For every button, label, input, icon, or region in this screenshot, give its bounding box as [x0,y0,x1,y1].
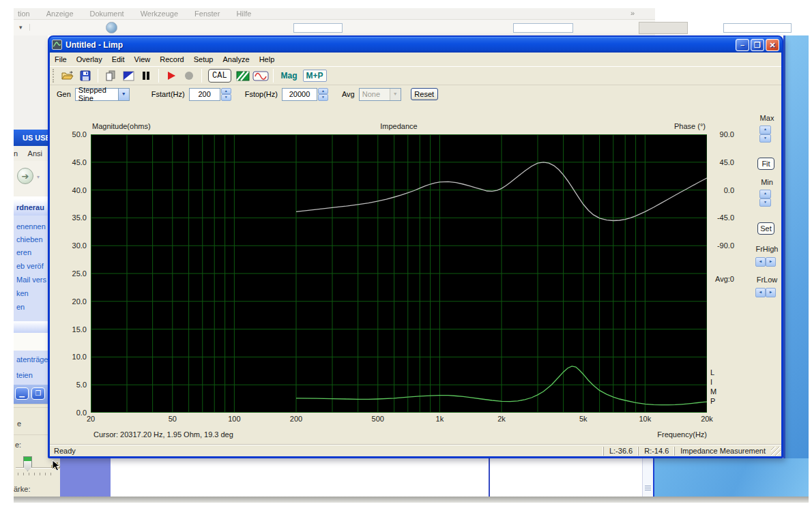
folder-tasks-header: rdnerau [14,199,48,216]
axis-tick-label: 20.0 [61,297,87,306]
details-white-block [14,333,48,351]
status-level-right: R:-14.6 [638,447,674,456]
forward-arrow-icon[interactable]: ➔ [17,168,33,184]
bg-menu-item[interactable]: Dokument [90,10,124,18]
menu-analyze[interactable]: Analyze [218,54,254,65]
minimize-button[interactable]: ▁ [15,387,29,400]
calibrate-button[interactable]: CAL [208,69,231,83]
axis-tick-label: 30.0 [61,241,87,250]
spectrum-icon[interactable] [234,69,252,83]
right-axis-title: Phase (°) [674,122,706,130]
max-stepper[interactable]: ▲▼ [759,125,771,143]
resize-grip[interactable] [771,447,781,456]
axis-tick-label: 10k [639,415,652,423]
magnitude-view-button[interactable]: Mag [281,71,298,80]
limp-titlebar[interactable]: Untitled - Limp – ❒ ✕ [49,37,782,53]
pause-icon[interactable] [137,69,155,83]
record-icon[interactable] [180,69,198,83]
fstart-input[interactable]: 200 [189,88,220,101]
max-label: Max [753,114,781,122]
chart-header-row: Magnitude(ohms) Impedance Phase (°) [91,122,707,132]
axis-tick-label: 500 [372,415,384,423]
magnitude-axis-labels: 50.045.040.035.030.025.020.015.010.05.00… [61,134,88,413]
task-link[interactable]: en [16,303,25,311]
frhigh-stepper[interactable]: ◂▸ [755,257,776,267]
frequency-axis-labels: 20501002005001k2k5k10k20k [91,415,707,424]
bg-toolbar-field[interactable] [723,23,792,33]
chart-title: Impedance [91,122,707,130]
bg-menu-item[interactable]: Fenster [194,10,220,18]
bg-menu-item[interactable]: Anzeige [46,10,74,18]
status-mode: Impedance Measurement [674,447,771,456]
bg-toolbar-field[interactable] [293,23,343,33]
task-link[interactable]: Mail vers [16,276,46,284]
task-link[interactable]: ken [16,289,29,297]
explorer-menu-frag[interactable]: n [14,149,18,158]
fstop-input[interactable]: 20000 [282,88,317,101]
fstart-stepper[interactable]: ▲▼ [221,88,231,101]
background-left-area [14,35,48,131]
impedance-plot-area[interactable] [91,134,707,413]
detail-link[interactable]: atenträge [16,355,48,364]
min-stepper[interactable]: ▲▼ [759,190,771,207]
menu-help[interactable]: Help [255,54,280,65]
bg-menu-item[interactable]: Werkzeuge [141,10,178,18]
save-icon[interactable] [76,69,94,83]
chevron-down-icon[interactable]: ▼ [118,89,129,100]
maximize-button[interactable]: ❒ [751,39,764,51]
menu-file[interactable]: File [50,54,72,65]
detail-link[interactable]: teien [16,371,33,379]
globe-icon[interactable] [106,22,117,33]
task-link[interactable]: enennen [16,222,46,231]
menu-overlay[interactable]: Overlay [72,54,107,65]
menu-edit[interactable]: Edit [107,54,130,65]
toolbar-separator [98,69,98,83]
folder-tasks-panel: enennen chieben eren eb veröf Mail vers … [14,216,48,321]
close-button[interactable]: ✕ [766,39,779,51]
generator-type-select[interactable]: Stepped Sine ▼ [75,88,130,101]
task-link[interactable]: chieben [16,235,43,243]
explorer-titlebar: US USB [14,130,48,146]
menu-setup[interactable]: Setup [189,54,218,65]
overflow-chevron-icon[interactable]: » [630,9,635,17]
limp-vertical-logo: L I M P [710,368,720,406]
sine-generator-icon[interactable] [252,69,270,83]
toolbar-grip[interactable] [53,69,55,83]
magnitude-phase-view-button[interactable]: M+P [303,70,327,82]
fstop-stepper[interactable]: ▲▼ [318,88,328,101]
menu-view[interactable]: View [130,54,156,65]
task-link[interactable]: eb veröf [16,262,44,270]
fit-button[interactable]: Fit [757,158,774,170]
bg-menu-item[interactable]: tion [18,10,30,18]
copy-icon[interactable] [102,69,119,83]
bg-toolbar-button[interactable] [639,22,688,34]
down-arrow-icon: ▼ [759,134,771,143]
volume-slider-track[interactable] [16,467,55,469]
frlow-stepper[interactable]: ◂▸ [755,288,776,297]
dropdown-caret-icon[interactable]: ▾ [19,24,30,31]
bg-menu-item[interactable]: Hilfe [236,10,251,18]
min-label: Min [753,178,781,186]
menu-record[interactable]: Record [155,54,188,65]
task-link[interactable]: eren [16,248,31,256]
open-file-icon[interactable] [59,69,76,83]
bg-toolbar-field[interactable] [513,23,573,33]
set-button[interactable]: Set [757,222,774,235]
drop-shadow [14,497,809,503]
overlay-icon[interactable] [119,69,137,83]
minimize-button[interactable]: – [736,39,749,51]
maximize-button[interactable]: ❒ [31,387,45,400]
nav-dropdown-caret-icon[interactable]: ▾ [37,174,40,180]
axis-tick-label: 35.0 [61,213,87,222]
axis-tick-label: 1k [436,415,444,423]
impedance-plot [91,134,707,413]
avg-label: Avg [342,90,355,98]
volume-slider-thumb[interactable] [23,456,32,471]
limp-toolbar: CAL Mag M+P [50,66,781,85]
scrollbar[interactable] [642,458,653,497]
reset-button[interactable]: Reset [411,88,438,100]
details-header [14,321,48,333]
play-icon[interactable] [162,69,180,83]
explorer-menu-frag[interactable]: Ansi [28,149,42,158]
axis-tick-label: 100 [228,415,240,423]
